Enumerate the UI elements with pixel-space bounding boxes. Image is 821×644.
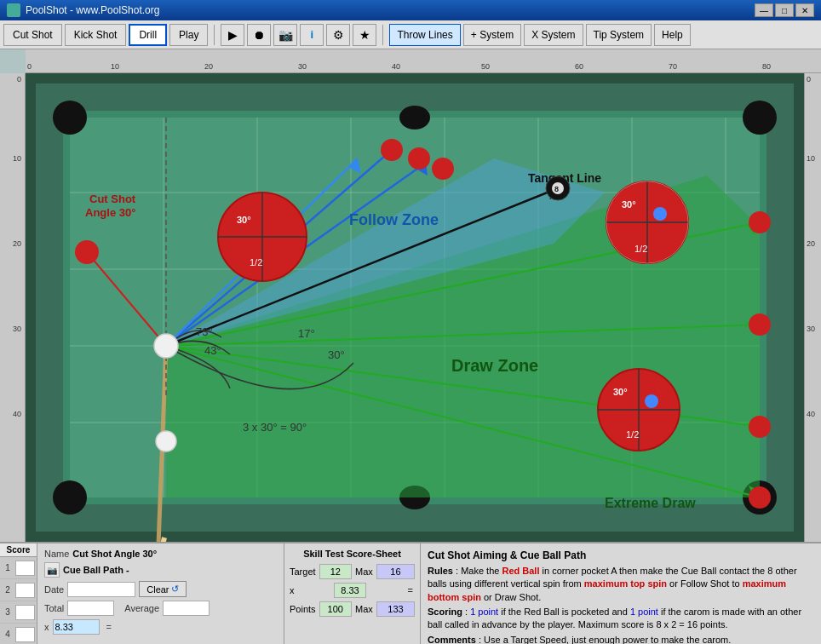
info-sub-row: 📷 Cue Ball Path - (44, 562, 277, 578)
svg-text:1/2: 1/2 (634, 244, 647, 254)
score-row-3: 3 (0, 601, 37, 624)
svg-point-58 (749, 486, 771, 509)
info-x-row: x = (44, 619, 277, 635)
ruler-right-10: 10 (807, 154, 815, 163)
svg-text:Cut Shot: Cut Shot (89, 193, 136, 205)
separator-2 (382, 25, 383, 45)
svg-point-53 (408, 147, 430, 170)
ruler-mark-10: 10 (111, 62, 119, 71)
score-box-3[interactable] (15, 605, 35, 620)
max-value-2: 133 (376, 601, 415, 617)
svg-text:30°: 30° (328, 348, 345, 361)
skill-x-row: x 8.33 = (290, 583, 415, 598)
name-value: Cut Shot Angle 30° (72, 549, 157, 559)
points-label: Points (290, 604, 316, 614)
score-row-2: 2 (0, 579, 37, 601)
description-panel: Cut Shot Aiming & Cue Ball Path Rules : … (421, 543, 821, 644)
svg-text:17°: 17° (298, 327, 315, 340)
info-total-row: Total Average (44, 601, 277, 616)
svg-text:Extreme Draw: Extreme Draw (605, 496, 696, 510)
cut-shot-button[interactable]: Cut Shot (3, 24, 62, 46)
svg-point-81 (156, 431, 176, 451)
ruler-right-20: 20 (807, 239, 815, 248)
info-date-row: Date Clear ↺ (44, 581, 277, 597)
svg-point-54 (432, 158, 454, 180)
maximize-button[interactable]: □ (775, 3, 794, 17)
ruler-mark-80: 80 (762, 62, 771, 71)
minimize-button[interactable]: — (755, 3, 773, 17)
score-box-4[interactable] (15, 627, 35, 642)
help-button[interactable]: Help (654, 24, 691, 46)
ruler-right: 0 10 20 30 40 (804, 73, 821, 542)
menubar: Cut Shot Kick Shot Drill Play ▶ ⏺ 📷 i ⚙ … (0, 20, 821, 49)
ruler-right-0: 0 (807, 75, 811, 83)
desc-title: Cut Shot Aiming & Cue Ball Path (428, 549, 814, 563)
svg-text:Draw Zone: Draw Zone (451, 356, 538, 375)
rules-text: : Make the Red Ball in corner pocket A t… (428, 566, 797, 602)
target-value: 12 (319, 564, 352, 579)
rules-label: Rules (428, 566, 453, 576)
svg-text:1/2: 1/2 (626, 429, 639, 440)
svg-text:43°: 43° (204, 344, 221, 357)
skill-x-label: x (290, 585, 295, 595)
clear-button[interactable]: Clear ↺ (139, 581, 186, 597)
ruler-mark-left-30: 30 (13, 325, 21, 333)
date-label: Date (44, 584, 64, 595)
system-plus-button[interactable]: + System (463, 24, 521, 46)
record-icon-button[interactable]: ⏺ (247, 24, 271, 46)
svg-point-57 (749, 416, 771, 438)
close-button[interactable]: ✕ (795, 3, 814, 17)
drill-button[interactable]: Drill (129, 24, 167, 46)
score-panel: Score 1 2 3 4 5 (0, 543, 37, 644)
svg-text:1/2: 1/2 (250, 257, 262, 267)
skill-target-row: Target 12 Max 16 (290, 564, 415, 579)
tip-system-button[interactable]: Tip System (586, 24, 652, 46)
throw-lines-button[interactable]: Throw Lines (389, 24, 460, 46)
score-num-3: 3 (0, 607, 14, 617)
average-label: Average (124, 603, 159, 613)
score-num-1: 1 (0, 563, 14, 572)
ruler-top: 0 10 20 30 40 50 60 70 80 (26, 49, 821, 73)
score-row-4: 4 (0, 624, 37, 644)
score-box-1[interactable] (15, 561, 35, 576)
skill-x-value: 8.33 (334, 583, 366, 598)
comments-label: Comments (428, 635, 476, 644)
camera-icon-button[interactable]: 📷 (273, 24, 297, 46)
svg-point-17 (53, 480, 87, 515)
max-label-2: Max (355, 604, 373, 614)
svg-text:Follow Zone: Follow Zone (349, 211, 439, 228)
svg-point-15 (53, 101, 87, 135)
skill-panel: Skill Test Score-Sheet Target 12 Max 16 … (284, 543, 421, 644)
comments-text: : Use a Target Speed, just enough power … (479, 635, 731, 644)
ruler-mark-60: 60 (575, 62, 583, 71)
date-input[interactable] (67, 582, 135, 597)
star-icon-button[interactable]: ★ (353, 24, 376, 46)
total-input[interactable] (67, 601, 114, 616)
average-input[interactable] (163, 601, 210, 616)
score-box-2[interactable] (15, 583, 35, 598)
svg-text:Angle 30°: Angle 30° (85, 206, 135, 219)
scoring-text: : 1 point if the Red Ball is pocketed an… (428, 607, 801, 630)
svg-text:30°: 30° (613, 387, 628, 397)
info-icon[interactable]: 📷 (44, 562, 60, 578)
x-system-button[interactable]: X System (524, 24, 583, 46)
app-icon (7, 3, 20, 17)
scoring-label: Scoring (428, 607, 462, 617)
ruler-right-40: 40 (807, 410, 815, 418)
svg-text:8: 8 (554, 185, 559, 193)
svg-point-52 (381, 139, 403, 161)
kick-shot-button[interactable]: Kick Shot (65, 24, 127, 46)
gear-icon-button[interactable]: ⚙ (326, 24, 350, 46)
pool-table-svg[interactable]: Tangent Line 73° 43° 17° 30° 3 x 30° = 9… (26, 73, 804, 542)
separator-1 (214, 25, 215, 45)
svg-point-55 (749, 211, 771, 233)
play-icon-button[interactable]: ▶ (221, 24, 244, 46)
x-label: x (44, 622, 49, 632)
ruler-mark-20: 20 (204, 62, 213, 71)
bottom-panel: Score 1 2 3 4 5 Name Cut Shot Angle 30° … (0, 542, 821, 644)
info-icon-button[interactable]: i (300, 24, 324, 46)
desc-scoring: Scoring : 1 point if the Red Ball is poc… (428, 606, 814, 632)
play-button[interactable]: Play (169, 24, 208, 46)
ruler-mark-0: 0 (27, 62, 32, 71)
x-input[interactable] (53, 619, 100, 635)
